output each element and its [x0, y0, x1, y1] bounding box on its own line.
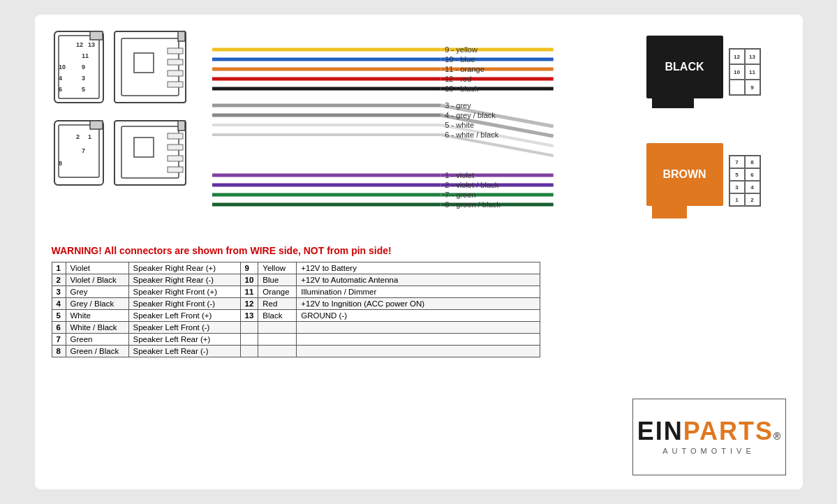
pgcell: 10 — [729, 64, 745, 80]
pin-function: Speaker Right Rear (-) — [128, 274, 240, 286]
pgcell: 11 — [745, 64, 760, 80]
svg-text:9 - yellow: 9 - yellow — [445, 46, 477, 54]
svg-rect-33 — [134, 138, 154, 157]
pin-num: 4 — [52, 298, 66, 310]
svg-text:4: 4 — [59, 75, 62, 82]
table-row: 8 Green / Black Speaker Left Rear (-) — [52, 346, 540, 357]
diagram-area: 13 12 11 9 10 4 3 6 5 — [52, 29, 786, 238]
pin-grid-black: 12 13 10 11 9 — [729, 48, 761, 96]
wires-section: 9 - yellow 10 - blue 11 - orange 12 - re… — [212, 29, 646, 238]
pin-function: Illumination / Dimmer — [297, 286, 540, 298]
pin-color: Green — [66, 334, 128, 346]
warning-text: WARNING! All connectors are shown from W… — [52, 245, 786, 256]
svg-text:9: 9 — [82, 64, 85, 71]
svg-text:1 - violet: 1 - violet — [445, 172, 474, 179]
pin-num: 9 — [240, 262, 258, 274]
pin-function: GROUND (-) — [297, 310, 540, 322]
right-blocks-container: BLACK 12 13 10 11 9 BROWN — [646, 29, 786, 238]
svg-text:8 - green / black: 8 - green / black — [445, 201, 501, 209]
pin-num: 10 — [240, 274, 258, 286]
top-right-connector-svg — [112, 29, 188, 105]
brown-block: BROWN — [646, 143, 723, 206]
svg-text:12: 12 — [76, 41, 83, 48]
pgcell: 1 — [729, 193, 745, 206]
pin-num: 7 — [52, 334, 66, 346]
pin-color: Black — [258, 310, 297, 322]
wires-svg: 9 - yellow 10 - blue 11 - orange 12 - re… — [212, 29, 646, 238]
pgcell: 4 — [745, 181, 760, 193]
main-card: 13 12 11 9 10 4 3 6 5 — [35, 15, 803, 489]
svg-rect-32 — [168, 167, 183, 172]
pin-function — [297, 334, 540, 346]
pin-num — [240, 334, 258, 346]
brand-logo: EIN PARTS ® AUTOMOTIVE — [632, 399, 786, 475]
table-row: 7 Green Speaker Left Rear (+) — [52, 334, 540, 346]
pin-function: Speaker Left Rear (-) — [128, 346, 240, 357]
table-row: 4 Grey / Black Speaker Right Front (-) 1… — [52, 298, 540, 310]
pgcell: 6 — [745, 168, 760, 181]
pin-function: Speaker Left Front (+) — [128, 310, 240, 322]
svg-text:7: 7 — [82, 147, 85, 154]
table-row: 2 Violet / Black Speaker Right Rear (-) … — [52, 274, 540, 286]
pin-num: 6 — [52, 322, 66, 334]
brown-label: BROWN — [662, 168, 706, 181]
pin-color: Violet — [66, 262, 128, 274]
brown-block-tab — [652, 206, 687, 218]
svg-text:3: 3 — [82, 75, 85, 82]
pin-table: 1 Violet Speaker Right Rear (+) 9 Yellow… — [52, 262, 540, 357]
black-connector-row: BLACK 12 13 10 11 9 — [646, 36, 761, 108]
top-connector-pair: 13 12 11 9 10 4 3 6 5 — [52, 29, 205, 105]
logo-ein: EIN — [637, 419, 683, 444]
bottom-connector-pair: 2 1 7 8 — [52, 118, 205, 188]
pin-color — [258, 322, 297, 334]
pin-grid-brown: 7 8 5 6 3 4 1 2 — [729, 155, 761, 207]
svg-rect-11 — [90, 31, 103, 40]
svg-text:4 - grey / black: 4 - grey / black — [445, 112, 496, 119]
svg-text:5 - white: 5 - white — [445, 121, 474, 129]
pin-color: Grey / Black — [66, 298, 128, 310]
svg-rect-18 — [134, 53, 154, 73]
black-label: BLACK — [665, 61, 704, 73]
pin-function: +12V to Automatic Antenna — [297, 274, 540, 286]
pin-function: Speaker Right Front (+) — [128, 286, 240, 298]
pgcell: 2 — [745, 193, 760, 206]
pin-num: 8 — [52, 346, 66, 357]
black-block-tab — [652, 98, 694, 108]
svg-text:13: 13 — [88, 41, 95, 48]
logo-parts: PARTS — [683, 419, 773, 444]
logo-registered: ® — [773, 431, 780, 441]
pin-num: 2 — [52, 274, 66, 286]
svg-text:3 - grey: 3 - grey — [445, 102, 471, 110]
pin-color: White — [66, 310, 128, 322]
pin-color — [258, 346, 297, 357]
pgcell: 12 — [729, 49, 745, 64]
black-block: BLACK — [646, 36, 723, 98]
table-row: 3 Grey Speaker Right Front (+) 11 Orange… — [52, 286, 540, 298]
pin-function: +12V to Ingnition (ACC power ON) — [297, 298, 540, 310]
svg-rect-34 — [178, 121, 185, 131]
top-left-connector-svg: 13 12 11 9 10 4 3 6 5 — [52, 29, 106, 105]
brown-block-wrapper: BROWN — [646, 143, 723, 218]
svg-text:10: 10 — [59, 64, 66, 71]
pin-num: 11 — [240, 286, 258, 298]
pin-color: Green / Black — [66, 346, 128, 357]
pgcell: 13 — [745, 49, 760, 64]
svg-rect-15 — [168, 59, 183, 65]
bottom-right-connector-svg — [112, 118, 188, 188]
pin-num — [240, 346, 258, 357]
pgcell: 8 — [745, 156, 760, 168]
black-block-wrapper: BLACK — [646, 36, 723, 108]
svg-text:5: 5 — [82, 86, 85, 93]
svg-text:11: 11 — [82, 52, 89, 59]
svg-rect-31 — [168, 156, 183, 161]
svg-text:1: 1 — [88, 133, 91, 140]
pin-function: Speaker Right Front (-) — [128, 298, 240, 310]
pin-function: Speaker Left Front (-) — [128, 322, 240, 334]
svg-text:11 - orange: 11 - orange — [445, 66, 484, 73]
pin-num: 1 — [52, 262, 66, 274]
svg-text:6 - white / black: 6 - white / black — [445, 131, 499, 139]
pin-color: Blue — [258, 274, 297, 286]
left-connectors: 13 12 11 9 10 4 3 6 5 — [52, 29, 205, 238]
pin-function — [297, 346, 540, 357]
pin-num: 5 — [52, 310, 66, 322]
